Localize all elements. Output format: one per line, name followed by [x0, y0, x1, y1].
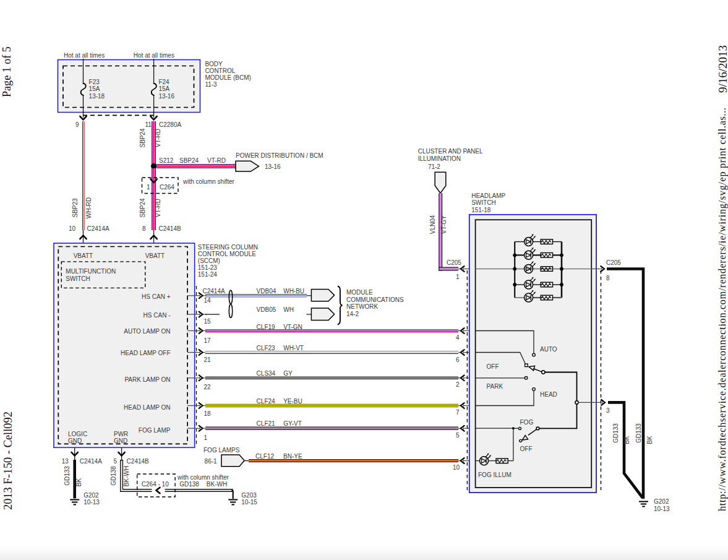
- svg-text:GD133: GD133: [635, 423, 642, 443]
- svg-text:PARK LAMP ON: PARK LAMP ON: [124, 376, 170, 383]
- svg-text:C2414B: C2414B: [159, 225, 181, 232]
- svg-text:AUTO: AUTO: [540, 346, 557, 353]
- svg-text:VT-RD: VT-RD: [155, 129, 161, 147]
- svg-text:10-15: 10-15: [241, 499, 257, 506]
- svg-text:8: 8: [142, 225, 146, 232]
- svg-text:15A: 15A: [158, 85, 169, 92]
- svg-text:Hot at all times: Hot at all times: [134, 52, 174, 59]
- svg-text:VBATT: VBATT: [145, 252, 165, 259]
- svg-text:LOGIC: LOGIC: [68, 431, 87, 437]
- svg-text:FOG LAMPS: FOG LAMPS: [203, 447, 240, 454]
- svg-text:HS CAN -: HS CAN -: [143, 312, 171, 319]
- svg-text:CLF23: CLF23: [257, 345, 275, 351]
- svg-text:G202: G202: [84, 492, 99, 499]
- svg-text:BN-YE: BN-YE: [283, 453, 302, 460]
- svg-text:CONTROL MODULE: CONTROL MODULE: [198, 251, 256, 257]
- svg-text:BK-WH: BK-WH: [123, 466, 130, 486]
- svg-text:Hot at all times: Hot at all times: [64, 52, 105, 59]
- svg-text:21: 21: [204, 356, 212, 363]
- svg-text:CLF19: CLF19: [257, 324, 275, 330]
- svg-text:OFF: OFF: [520, 446, 533, 452]
- svg-text:OFF: OFF: [487, 363, 499, 370]
- svg-text:CLS34: CLS34: [257, 370, 276, 377]
- svg-text:FOG ILLUM: FOG ILLUM: [478, 472, 512, 478]
- svg-text:10: 10: [453, 464, 460, 471]
- svg-text:PARK: PARK: [487, 383, 503, 390]
- svg-text:2013 F-150 - Cell092: 2013 F-150 - Cell092: [2, 411, 14, 510]
- svg-text:5: 5: [456, 432, 460, 439]
- svg-text:1: 1: [204, 434, 208, 441]
- svg-text:WH-VT: WH-VT: [283, 345, 304, 351]
- svg-text:CLUSTER AND PANEL: CLUSTER AND PANEL: [418, 148, 483, 155]
- svg-text:151-23: 151-23: [198, 264, 218, 271]
- svg-text:STEERING COLUMN: STEERING COLUMN: [198, 244, 258, 251]
- svg-text:C2414A: C2414A: [87, 225, 109, 232]
- svg-text:1: 1: [147, 184, 150, 191]
- svg-text:SBP23: SBP23: [72, 198, 79, 218]
- svg-text:C264 - 10: C264 - 10: [142, 481, 169, 488]
- svg-text:10-13: 10-13: [84, 499, 100, 506]
- svg-text:MULTIFUNCTION: MULTIFUNCTION: [66, 268, 116, 275]
- svg-text:with column shifter: with column shifter: [177, 474, 229, 481]
- svg-text:VT-GY: VT-GY: [440, 215, 447, 234]
- svg-text:FOG LAMP: FOG LAMP: [139, 427, 171, 434]
- svg-text:VDB04: VDB04: [257, 288, 276, 295]
- svg-text:with column shifter: with column shifter: [182, 178, 234, 185]
- svg-text:VDB05: VDB05: [257, 306, 276, 313]
- svg-text:http://www.fordtechservice.dea: http://www.fordtechservice.dealerconnect…: [717, 107, 728, 511]
- svg-text:9: 9: [75, 121, 79, 128]
- svg-text:BK: BK: [646, 436, 653, 444]
- svg-text:HS CAN +: HS CAN +: [142, 293, 171, 300]
- svg-text:7: 7: [456, 409, 460, 416]
- svg-text:C2414B: C2414B: [127, 458, 149, 465]
- svg-text:VT-RD: VT-RD: [155, 199, 161, 217]
- svg-text:F24: F24: [158, 79, 169, 85]
- svg-text:WH: WH: [283, 306, 294, 313]
- svg-text:CONTROL: CONTROL: [205, 67, 235, 74]
- svg-text:C2280A: C2280A: [159, 121, 181, 128]
- svg-text:9/16/2013: 9/16/2013: [716, 45, 728, 93]
- svg-text:GY: GY: [283, 370, 293, 377]
- svg-text:5: 5: [114, 458, 118, 465]
- svg-text:VT-RD: VT-RD: [207, 157, 226, 164]
- svg-text:GD133: GD133: [612, 423, 619, 443]
- svg-text:HEAD: HEAD: [540, 391, 557, 398]
- svg-text:GY-VT: GY-VT: [283, 420, 302, 427]
- svg-text:13-16: 13-16: [265, 163, 281, 170]
- svg-text:F23: F23: [89, 79, 100, 85]
- svg-text:NETWORK: NETWORK: [346, 303, 378, 310]
- svg-text:WH-BU: WH-BU: [283, 288, 304, 295]
- svg-text:POWER DISTRIBUTION / BCM: POWER DISTRIBUTION / BCM: [236, 152, 323, 159]
- svg-text:151-24: 151-24: [198, 271, 218, 278]
- svg-text:C205: C205: [606, 259, 621, 266]
- svg-text:BODY: BODY: [205, 61, 223, 67]
- svg-text:G202: G202: [654, 498, 669, 505]
- svg-text:S212: S212: [159, 157, 174, 164]
- svg-text:WH-RD: WH-RD: [85, 197, 92, 218]
- svg-text:13-16: 13-16: [158, 93, 174, 100]
- svg-text:13-18: 13-18: [89, 93, 105, 100]
- svg-text:VT-GN: VT-GN: [283, 324, 302, 330]
- svg-text:SWITCH: SWITCH: [471, 199, 495, 206]
- svg-text:SWITCH: SWITCH: [66, 275, 90, 282]
- svg-text:CLF12: CLF12: [255, 453, 274, 460]
- svg-text:SBP24: SBP24: [139, 198, 146, 218]
- svg-text:VLN04: VLN04: [429, 215, 436, 234]
- svg-text:GND: GND: [114, 437, 127, 444]
- svg-text:6: 6: [456, 356, 460, 363]
- svg-text:8: 8: [606, 275, 610, 282]
- svg-text:BK-WH: BK-WH: [207, 481, 227, 488]
- svg-text:10-13: 10-13: [654, 506, 670, 512]
- svg-text:AUTO LAMP ON: AUTO LAMP ON: [124, 328, 170, 335]
- svg-text:MODULE: MODULE: [346, 289, 373, 296]
- svg-text:2: 2: [456, 381, 460, 388]
- svg-text:G203: G203: [241, 492, 257, 499]
- svg-text:Page 1 of 5: Page 1 of 5: [1, 46, 13, 97]
- svg-text:GD138: GD138: [110, 466, 117, 486]
- svg-text:HEAD LAMP OFF: HEAD LAMP OFF: [121, 350, 170, 356]
- svg-text:14: 14: [204, 297, 212, 304]
- svg-text:86-1: 86-1: [205, 458, 217, 465]
- svg-text:15A: 15A: [89, 85, 100, 92]
- svg-text:C205: C205: [447, 259, 461, 266]
- svg-text:FOG: FOG: [520, 419, 534, 426]
